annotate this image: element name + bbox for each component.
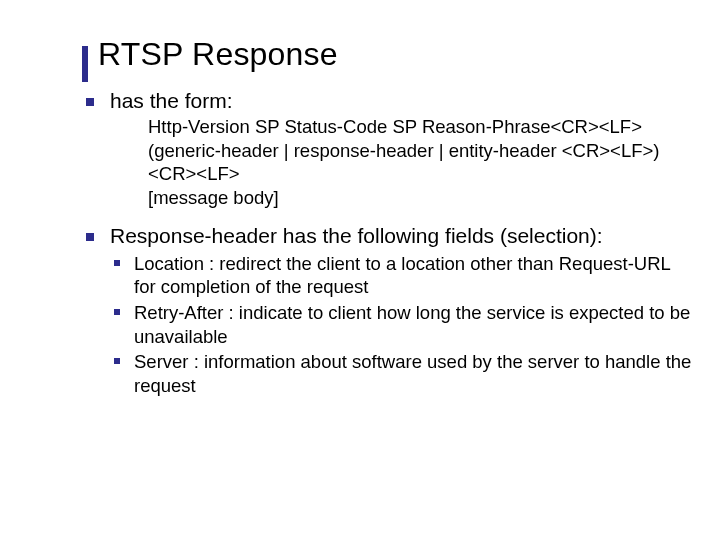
list-item-text: Location : redirect the client to a loca…: [134, 252, 694, 299]
list-item-text: Retry-After : indicate to client how lon…: [134, 301, 694, 348]
form-line: <CR><LF>: [148, 162, 712, 186]
square-bullet-icon: [86, 98, 94, 106]
form-line: [message body]: [148, 186, 712, 210]
list-item-text: Response-header has the following fields…: [110, 224, 603, 248]
square-bullet-icon: [114, 358, 120, 364]
slide-title: RTSP Response: [98, 36, 720, 73]
title-wrap: RTSP Response: [98, 36, 720, 73]
square-bullet-icon: [114, 309, 120, 315]
form-line: Http-Version SP Status-Code SP Reason-Ph…: [148, 115, 712, 139]
list-item: Retry-After : indicate to client how lon…: [114, 301, 712, 348]
sublist: Location : redirect the client to a loca…: [114, 252, 712, 398]
slide-body: has the form: Http-Version SP Status-Cod…: [86, 89, 712, 398]
square-bullet-icon: [114, 260, 120, 266]
title-accent-bar: [82, 46, 88, 82]
list-item: has the form:: [86, 89, 712, 113]
slide: RTSP Response has the form: Http-Version…: [0, 0, 720, 540]
list-item: Location : redirect the client to a loca…: [114, 252, 712, 299]
list-item-text: Server : information about software used…: [134, 350, 694, 397]
list-item: Server : information about software used…: [114, 350, 712, 397]
list-item: Response-header has the following fields…: [86, 224, 712, 248]
list-item-text: has the form:: [110, 89, 233, 113]
form-line: (generic-header | response-header | enti…: [148, 139, 712, 163]
response-form-block: Http-Version SP Status-Code SP Reason-Ph…: [148, 115, 712, 210]
square-bullet-icon: [86, 233, 94, 241]
